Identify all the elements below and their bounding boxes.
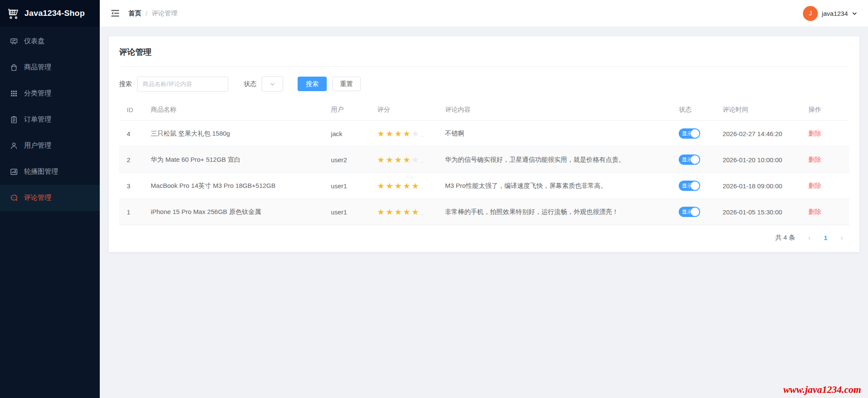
cell-product: 华为 Mate 60 Pro+ 512GB 宣白 <box>146 147 327 173</box>
search-label: 搜索 <box>119 80 132 88</box>
cell-id: 4 <box>119 121 146 147</box>
star-filled-icon: ★ <box>412 208 420 217</box>
cell-comment: 不错啊 <box>441 121 674 147</box>
star-filled-icon: ★ <box>377 155 386 164</box>
breadcrumb-current: 评论管理 <box>152 9 177 18</box>
sidebar-item-label: 商品管理 <box>24 63 51 72</box>
page-title: 评论管理 <box>119 36 849 67</box>
cell-rating: ★★★★★.. <box>373 121 441 147</box>
star-filled-icon: ★ <box>412 181 420 190</box>
pagination-next-icon[interactable]: › <box>836 234 847 242</box>
sidebar-item-0[interactable]: 仪表盘 <box>0 28 100 54</box>
rating-suffix: .. <box>421 133 424 137</box>
cell-action: 删除 <box>804 199 849 225</box>
star-empty-icon: ★ <box>412 155 420 164</box>
col-header-user: 用户 <box>327 99 373 121</box>
cell-time: 2026-01-20 10:00:00 <box>718 147 804 173</box>
star-rating: ★★★★★.. <box>377 183 424 190</box>
status-toggle-knob <box>691 181 699 190</box>
comments-table: ID 商品名称 用户 评分 评论内容 状态 评论时间 操作 4三只松鼠 坚果大礼… <box>119 99 849 225</box>
sidebar-item-1[interactable]: 商品管理 <box>0 54 100 80</box>
sidebar-item-label: 轮播图管理 <box>24 167 58 176</box>
cell-user: user1 <box>327 173 373 199</box>
star-filled-icon: ★ <box>377 129 386 138</box>
sidebar-item-2[interactable]: 分类管理 <box>0 80 100 107</box>
cell-product: MacBook Pro 14英寸 M3 Pro 18GB+512GB <box>146 173 327 199</box>
delete-button[interactable]: 删除 <box>808 208 821 215</box>
col-header-product: 商品名称 <box>146 99 327 121</box>
sidebar-item-6[interactable]: 评论管理 <box>0 185 100 211</box>
star-filled-icon: ★ <box>386 155 394 164</box>
username: java1234 <box>822 10 848 17</box>
main-area: 首页 / 评论管理 J java1234 评论管理 搜索 状态 <box>100 0 868 398</box>
star-filled-icon: ★ <box>394 129 403 138</box>
table-row: 1iPhone 15 Pro Max 256GB 原色钛金属user1★★★★★… <box>119 199 849 225</box>
chevron-down-icon <box>852 11 857 16</box>
page-content: 评论管理 搜索 状态 搜索 重置 <box>100 27 868 398</box>
breadcrumb-separator: / <box>146 10 147 17</box>
sidebar-item-label: 订单管理 <box>24 115 51 124</box>
table-row: 2华为 Mate 60 Pro+ 512GB 宣白user2★★★★★..华为的… <box>119 147 849 173</box>
filter-bar: 搜索 状态 搜索 重置 <box>119 67 849 94</box>
sidebar: Java1234-Shop 仪表盘商品管理分类管理订单管理用户管理轮播图管理评论… <box>0 0 100 398</box>
chevron-down-icon <box>270 81 275 87</box>
delete-button[interactable]: 删除 <box>808 182 821 189</box>
star-filled-icon: ★ <box>403 129 412 138</box>
sidebar-fold-icon[interactable] <box>110 9 120 18</box>
user-menu[interactable]: J java1234 <box>803 6 857 21</box>
search-button[interactable]: 搜索 <box>298 77 327 91</box>
sidebar-item-label: 分类管理 <box>24 89 51 98</box>
status-toggle[interactable]: 显示 <box>679 128 700 139</box>
cell-rating: ★★★★★.. <box>373 173 441 199</box>
avatar[interactable]: J <box>803 6 818 21</box>
cell-action: 删除 <box>804 173 849 199</box>
star-filled-icon: ★ <box>394 155 403 164</box>
star-rating: ★★★★★.. <box>377 157 424 164</box>
reset-button[interactable]: 重置 <box>332 77 361 91</box>
search-input[interactable] <box>137 77 228 92</box>
cell-action: 删除 <box>804 121 849 147</box>
cell-user: user1 <box>327 199 373 225</box>
col-header-time: 评论时间 <box>718 99 804 121</box>
star-filled-icon: ★ <box>403 181 412 190</box>
app-layout: Java1234-Shop 仪表盘商品管理分类管理订单管理用户管理轮播图管理评论… <box>0 0 868 398</box>
products-icon <box>10 63 18 71</box>
pagination: 共 4 条 ‹ 1 › <box>119 225 849 252</box>
cell-product: 三只松鼠 坚果大礼包 1580g <box>146 121 327 147</box>
star-filled-icon: ★ <box>403 208 412 217</box>
app-title: Java1234-Shop <box>24 9 85 18</box>
col-header-status: 状态 <box>674 99 718 121</box>
sidebar-item-5[interactable]: 轮播图管理 <box>0 159 100 185</box>
pagination-page-1[interactable]: 1 <box>820 234 831 241</box>
col-header-comment: 评论内容 <box>441 99 674 121</box>
star-empty-icon: ★ <box>412 129 420 138</box>
cell-comment: 非常棒的手机，拍照效果特别好，运行流畅，外观也很漂亮！ <box>441 199 674 225</box>
users-icon <box>10 142 18 150</box>
star-filled-icon: ★ <box>394 181 403 190</box>
status-toggle[interactable]: 显示 <box>679 207 700 217</box>
cell-user: user2 <box>327 147 373 173</box>
categories-icon <box>10 89 18 98</box>
breadcrumb: 首页 / 评论管理 <box>128 9 177 18</box>
cell-status: 显示 <box>674 121 718 147</box>
status-toggle[interactable]: 显示 <box>679 181 700 191</box>
topbar: 首页 / 评论管理 J java1234 <box>100 0 868 27</box>
sidebar-item-4[interactable]: 用户管理 <box>0 133 100 159</box>
table-header-row: ID 商品名称 用户 评分 评论内容 状态 评论时间 操作 <box>119 99 849 121</box>
breadcrumb-home[interactable]: 首页 <box>128 9 141 18</box>
status-toggle[interactable]: 显示 <box>679 154 700 165</box>
star-filled-icon: ★ <box>386 129 394 138</box>
delete-button[interactable]: 删除 <box>808 156 821 163</box>
sidebar-item-3[interactable]: 订单管理 <box>0 107 100 133</box>
star-rating: ★★★★★.. <box>377 131 424 138</box>
status-label: 状态 <box>244 80 257 88</box>
rating-suffix: .. <box>421 185 424 190</box>
pagination-prev-icon[interactable]: ‹ <box>804 234 815 242</box>
cell-time: 2026-01-05 15:30:00 <box>718 199 804 225</box>
cell-comment: M3 Pro性能太强了，编译速度飞快，屏幕素质也非常高。 <box>441 173 674 199</box>
delete-button[interactable]: 删除 <box>808 130 821 137</box>
col-header-action: 操作 <box>804 99 849 121</box>
cell-rating: ★★★★★.. <box>373 199 441 225</box>
col-header-id: ID <box>119 99 146 121</box>
status-select[interactable] <box>262 76 283 92</box>
